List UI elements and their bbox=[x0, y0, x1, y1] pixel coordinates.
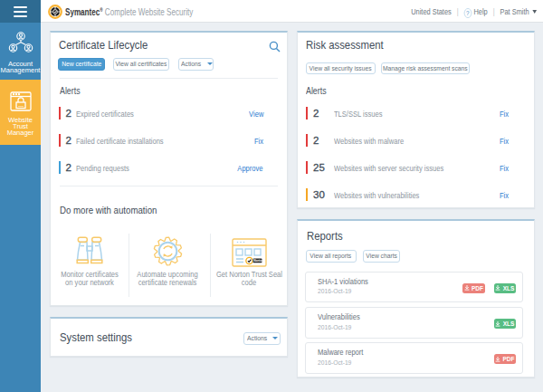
svg-text:Norton: Norton bbox=[253, 259, 263, 263]
